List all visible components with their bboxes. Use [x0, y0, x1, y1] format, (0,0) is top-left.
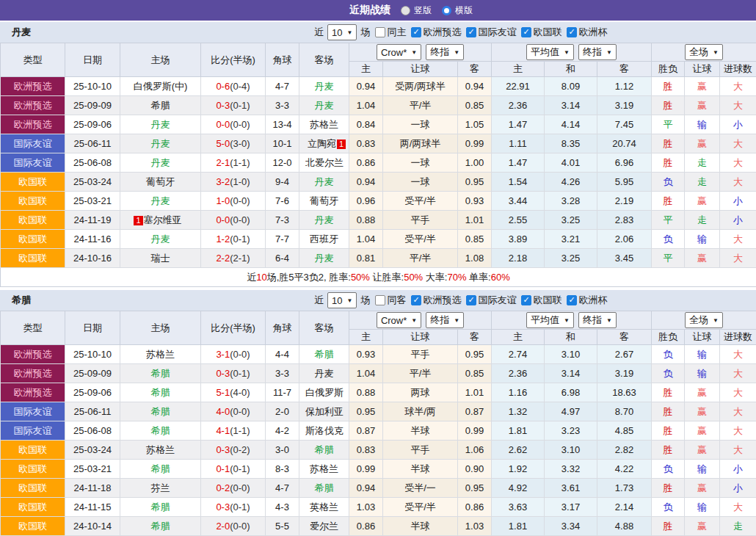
- handicap-outcome: 输: [685, 364, 720, 383]
- league-checkbox-friendly[interactable]: [466, 295, 476, 305]
- league-checkbox-friendly[interactable]: [466, 27, 476, 37]
- league-label-eurocup: 欧洲杯: [578, 294, 607, 307]
- match-score: 5-1(4-0): [201, 383, 266, 402]
- home-team-cell: 苏格兰: [120, 441, 201, 460]
- filter-controls: 近 10▼ 场 同主 欧洲预选 国际友谊 欧国联 欧洲杯: [314, 24, 607, 40]
- fulltime-score: 0-3: [216, 100, 230, 111]
- handicap-outcome: 走: [685, 153, 720, 173]
- goals-outcome: 小: [720, 479, 756, 498]
- home-team-name: 塞尔维亚: [144, 214, 182, 225]
- chevron-down-icon: ▼: [564, 317, 570, 324]
- away-team-name: 希腊: [315, 444, 334, 455]
- column-header-away: 客场: [299, 311, 349, 345]
- match-score: 4-0(0-0): [201, 402, 266, 421]
- home-team-cell: 丹麦: [120, 230, 201, 249]
- match-date: 25-06-11: [65, 134, 120, 153]
- avg-home-odds: 2.18: [492, 249, 545, 268]
- avg-home-odds: 1.54: [492, 173, 545, 192]
- away-odds: 0.85: [458, 364, 492, 383]
- fulltime-score: 0-3: [216, 368, 230, 379]
- handicap-outcome: 走: [685, 211, 720, 230]
- layout-option-vertical[interactable]: 竖版: [401, 4, 432, 17]
- vertical-radio[interactable]: [401, 6, 410, 15]
- table-row: 欧洲预选 25-09-06 希腊 5-1(4-0) 11-7 白俄罗斯 0.88…: [1, 383, 756, 402]
- home-team-cell: 苏格兰: [120, 345, 201, 364]
- home-team-cell: 希腊: [120, 402, 201, 421]
- home-odds: 0.94: [349, 173, 383, 192]
- corner-score: 4-3: [266, 498, 299, 517]
- avg-home-odds: 2.36: [492, 364, 545, 383]
- horizontal-radio[interactable]: [442, 6, 451, 15]
- match-score: 0-0(0-0): [201, 115, 266, 134]
- fulltime-score: 4-0: [216, 406, 230, 417]
- halftime-score: (4-0): [230, 387, 250, 398]
- league-checkbox-preselect[interactable]: [411, 295, 421, 305]
- handicap-line: 平手: [383, 441, 458, 460]
- goals-outcome: 大: [720, 153, 756, 173]
- avg-draw-odds: 4.26: [545, 173, 597, 192]
- away-team-cell: 丹麦: [299, 211, 349, 230]
- scope-select[interactable]: 全场▼: [685, 44, 723, 60]
- table-row: 欧洲预选 25-10-10 苏格兰 3-1(0-0) 4-4 希腊 0.93 平…: [1, 345, 756, 364]
- match-score: 0-1(0-1): [201, 460, 266, 479]
- summary-segment: 60%: [491, 272, 510, 283]
- result-outcome: 胜: [652, 383, 685, 402]
- league-checkbox-eurocup[interactable]: [567, 295, 577, 305]
- league-checkbox-nations[interactable]: [521, 27, 531, 37]
- column-header-handicap: 让球: [383, 62, 458, 77]
- away-odds: 0.95: [458, 173, 492, 192]
- away-team-name: 丹麦: [315, 100, 334, 111]
- average-select[interactable]: 平均值▼: [526, 44, 574, 60]
- halftime-score: (0-4): [230, 81, 250, 92]
- league-checkbox-preselect[interactable]: [411, 27, 421, 37]
- same-venue-checkbox[interactable]: [375, 27, 385, 37]
- match-date: 25-09-06: [65, 383, 120, 402]
- scope-select[interactable]: 全场▼: [685, 312, 723, 328]
- match-count-select[interactable]: 10▼: [327, 24, 357, 40]
- away-team-cell: 葡萄牙: [299, 192, 349, 211]
- match-score: 2-1(1-1): [201, 153, 266, 173]
- match-date: 24-10-14: [65, 517, 120, 536]
- match-date: 24-11-18: [65, 479, 120, 498]
- avg-home-odds: 4.92: [492, 479, 545, 498]
- league-checkbox-nations[interactable]: [521, 295, 531, 305]
- home-odds: 0.99: [349, 460, 383, 479]
- league-checkbox-eurocup[interactable]: [567, 27, 577, 37]
- column-header-away-odds: 客: [458, 62, 492, 77]
- match-count-select[interactable]: 10▼: [327, 292, 357, 308]
- avg-home-odds: 1.47: [492, 115, 545, 134]
- layout-option-horizontal[interactable]: 横版: [442, 4, 473, 17]
- away-team-cell: 斯洛伐克: [299, 421, 349, 441]
- fulltime-score: 3-2: [216, 176, 230, 187]
- halftime-score: (0-1): [230, 100, 250, 111]
- goals-outcome: 大: [720, 364, 756, 383]
- halftime-score: (2-1): [230, 253, 250, 264]
- match-type-badge: 欧国联: [1, 498, 65, 517]
- away-team-cell: 丹麦: [299, 77, 349, 96]
- final-odds-select-2[interactable]: 终指▼: [578, 312, 617, 328]
- fulltime-score: 4-1: [216, 425, 230, 436]
- result-outcome: 胜: [652, 517, 685, 536]
- halftime-score: (0-0): [230, 482, 250, 493]
- table-row: 欧国联 24-11-18 芬兰 0-2(0-0) 4-7 希腊 0.94 受半/…: [1, 479, 756, 498]
- home-odds: 0.96: [349, 192, 383, 211]
- home-team-name: 希腊: [151, 387, 170, 398]
- same-venue-label: 同客: [387, 294, 406, 307]
- table-row: 欧国联 24-11-19 1塞尔维亚 0-0(0-0) 7-3 丹麦 0.88 …: [1, 211, 756, 230]
- odds-source-select[interactable]: Crow*▼: [377, 44, 421, 60]
- fulltime-score: 0-1: [216, 463, 230, 474]
- average-select[interactable]: 平均值▼: [526, 312, 574, 328]
- final-odds-select[interactable]: 终指▼: [426, 312, 464, 328]
- odds-source-select[interactable]: Crow*▼: [377, 312, 421, 328]
- final-odds-select[interactable]: 终指▼: [426, 44, 464, 60]
- handicap-line: 平/半: [383, 364, 458, 383]
- corner-score: 4-7: [266, 77, 299, 96]
- match-type-badge: 欧国联: [1, 441, 65, 460]
- goals-outcome: 大: [720, 441, 756, 460]
- same-venue-checkbox[interactable]: [375, 295, 385, 305]
- final-odds-select-2[interactable]: 终指▼: [578, 44, 617, 60]
- table-row: 欧国联 24-11-16 丹麦 1-2(0-1) 7-7 西班牙 1.04 受平…: [1, 230, 756, 249]
- handicap-outcome: 赢: [685, 517, 720, 536]
- avg-draw-odds: 3.21: [545, 230, 597, 249]
- avg-away-odds: 1.12: [597, 77, 652, 96]
